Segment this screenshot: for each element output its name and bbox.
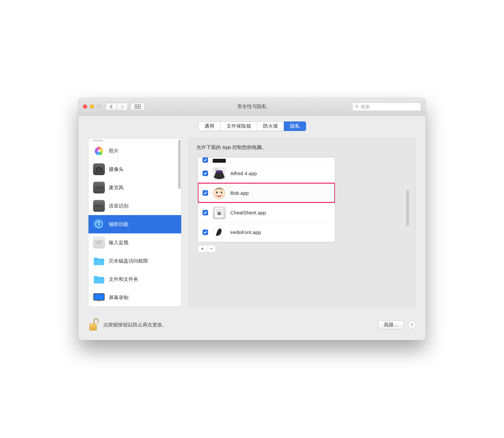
detail-pane: 允许下面的 App 控制您的电脑。 Alfred 4.app (188, 138, 416, 307)
camera-icon (93, 163, 105, 175)
panel-heading: 允许下面的 App 控制您的电脑。 (196, 144, 408, 151)
svg-point-51 (216, 192, 218, 193)
app-name-label: Bob.app (230, 190, 249, 196)
list-item[interactable] (88, 138, 181, 142)
cheatsheet-icon: ⌘ (213, 206, 226, 219)
display-icon (93, 292, 105, 303)
sidebar-item-label: 摄像头 (109, 166, 124, 173)
toolbar: 安全性与隐私 (78, 98, 426, 116)
tab-general[interactable]: 通用 (198, 121, 220, 131)
svg-rect-53 (217, 194, 222, 195)
sidebar-item-accessibility[interactable]: 辅助功能 (88, 215, 181, 233)
zoom-window-button (97, 104, 101, 109)
svg-point-0 (356, 105, 358, 107)
sidebar-item-files-folders[interactable]: 文件和文件夹 (88, 270, 181, 288)
sidebar-scrollbar[interactable] (178, 140, 181, 189)
keyboard-icon (93, 237, 105, 248)
app-row-alfred[interactable]: Alfred 4.app (198, 163, 335, 183)
bob-icon (213, 187, 226, 200)
sidebar-item-camera[interactable]: 摄像头 (88, 160, 181, 178)
tab-filevault[interactable]: 文件保险箱 (220, 121, 257, 131)
svg-rect-35 (99, 241, 100, 242)
sidebar-item-speech[interactable]: 语音识别 (88, 197, 181, 215)
category-sidebar: 照片 摄像头 麦克风 (88, 138, 182, 307)
tab-privacy[interactable]: 隐私 (284, 121, 306, 131)
lock-open-icon (88, 318, 99, 332)
app-row-bob[interactable]: Bob.app (198, 183, 335, 203)
content-area: 照片 摄像头 麦克风 (78, 131, 426, 315)
svg-rect-44 (97, 243, 102, 244)
svg-point-52 (221, 192, 222, 193)
sidebar-item-microphone[interactable]: 麦克风 (88, 178, 181, 197)
svg-rect-40 (97, 242, 98, 243)
checkbox[interactable] (203, 157, 208, 163)
remove-button[interactable]: − (207, 245, 216, 253)
svg-rect-36 (100, 241, 101, 242)
grid-icon (135, 104, 141, 109)
search-field[interactable] (352, 102, 421, 111)
svg-rect-41 (99, 242, 100, 243)
sidebar-item-label: 文件和文件夹 (109, 276, 138, 283)
list-item[interactable] (198, 157, 335, 163)
svg-rect-43 (101, 242, 102, 243)
app-name-label: CheatSheet.app (230, 210, 266, 215)
app-list: Alfred 4.app Bob.app ⌘ (198, 157, 335, 242)
photos-icon (93, 145, 105, 157)
svg-rect-32 (95, 241, 96, 242)
sidebar-item-screen-recording[interactable]: 屏幕录制 (88, 288, 181, 306)
svg-rect-46 (97, 301, 101, 301)
checkbox[interactable] (203, 171, 208, 176)
svg-point-11 (98, 168, 100, 171)
sidebar-item-label: 辅助功能 (109, 221, 128, 228)
svg-rect-34 (97, 241, 98, 242)
sidebar-item-label: 语音识别 (109, 203, 128, 209)
svg-point-30 (98, 222, 100, 223)
close-window-button[interactable] (83, 104, 87, 109)
hellofont-icon (213, 226, 226, 239)
svg-rect-38 (95, 242, 96, 243)
sidebar-item-label: 输入监视 (109, 240, 128, 246)
svg-point-49 (215, 169, 217, 171)
app-name-label: HelloFont.app (230, 229, 261, 235)
app-row-hellofont[interactable]: HelloFont.app (198, 222, 335, 242)
nav-buttons (106, 103, 128, 111)
svg-rect-39 (96, 242, 97, 243)
sidebar-item-full-disk[interactable]: 完全磁盘访问权限 (88, 252, 181, 270)
add-remove-buttons: + − (198, 245, 408, 253)
app-list-scrollbar[interactable] (406, 190, 409, 226)
app-row-cheatsheet[interactable]: ⌘ CheatSheet.app (198, 203, 335, 222)
svg-rect-45 (94, 294, 104, 300)
add-button[interactable]: + (198, 245, 207, 253)
checkbox[interactable] (203, 190, 208, 196)
svg-rect-33 (96, 241, 97, 242)
footer: 点按锁按钮以防止再次更改。 高级… ? (78, 315, 426, 340)
lock-text: 点按锁按钮以防止再次更改。 (103, 322, 167, 328)
minimize-window-button[interactable] (90, 104, 94, 109)
lock-area[interactable]: 点按锁按钮以防止再次更改。 (88, 318, 167, 332)
microphone-icon (93, 182, 105, 193)
search-input[interactable] (361, 104, 418, 109)
sidebar-item-input-monitoring[interactable]: 输入监视 (88, 233, 181, 252)
window-controls (83, 104, 101, 109)
tab-bar: 通用 文件保险箱 防火墙 隐私 (78, 116, 426, 131)
sidebar-item-photos[interactable]: 照片 (88, 142, 181, 160)
checkbox[interactable] (203, 210, 208, 215)
svg-rect-12 (98, 167, 100, 168)
checkbox[interactable] (203, 229, 208, 235)
tab-firewall[interactable]: 防火墙 (257, 121, 284, 131)
forward-button[interactable] (117, 103, 128, 111)
folder-icon (93, 273, 105, 285)
back-button[interactable] (106, 103, 117, 111)
advanced-button[interactable]: 高级… (378, 320, 404, 329)
app-name-label: Alfred 4.app (230, 171, 257, 176)
help-button[interactable]: ? (408, 321, 416, 329)
svg-rect-37 (101, 241, 102, 242)
sidebar-item-label: 麦克风 (109, 185, 124, 191)
folder-icon (93, 255, 105, 267)
sidebar-item-label: 屏幕录制 (109, 295, 128, 301)
svg-point-9 (98, 150, 100, 152)
sidebar-item-label: 完全磁盘访问权限 (109, 258, 148, 264)
alfred-icon (213, 167, 226, 180)
show-all-button[interactable] (130, 103, 145, 111)
preferences-window: 安全性与隐私 通用 文件保险箱 防火墙 隐私 (78, 98, 426, 340)
